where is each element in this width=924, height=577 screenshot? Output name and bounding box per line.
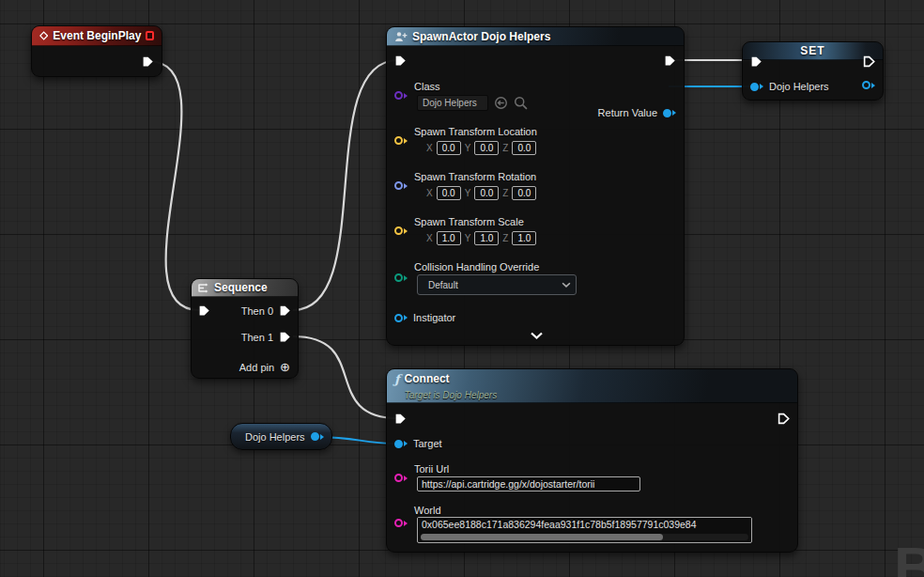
exec-pin-icon: [863, 55, 875, 68]
scale-y-field[interactable]: 1.0: [474, 231, 499, 245]
chevron-down-icon: [562, 282, 571, 288]
string-pin-icon: [394, 519, 408, 527]
node-title: Connect: [405, 372, 498, 385]
spawn-class-dropdown[interactable]: Dojo Helpers: [417, 95, 488, 111]
event-diamond-icon: [39, 30, 48, 41]
spawn-class-label: Class: [414, 81, 440, 92]
rotator-pin-icon: [394, 181, 408, 190]
string-pin-icon: [394, 474, 408, 482]
exec-pin-icon: [142, 55, 154, 68]
exec-pin-icon: [394, 413, 407, 425]
node-expand-button[interactable]: [530, 332, 544, 340]
blueprint-canvas[interactable]: { "colors": { "exec_wire": "#d8d8d8", "d…: [0, 0, 924, 577]
vector-pin-icon: [394, 136, 408, 145]
pin-set-var-in[interactable]: Dojo Helpers: [750, 81, 829, 92]
node-event-beginplay[interactable]: Event BeginPlay: [31, 25, 162, 77]
object-pin-icon: [394, 314, 408, 322]
node-get-dojo-helpers[interactable]: Dojo Helpers: [230, 423, 332, 450]
spawn-rotation-label: Spawn Transform Rotation: [414, 171, 536, 182]
pin-spawn-instigator[interactable]: Instigator: [394, 312, 455, 323]
add-pin-icon: ⊕: [280, 360, 290, 374]
object-pin-icon: [862, 81, 875, 89]
pin-spawn-scale[interactable]: [394, 226, 408, 235]
pin-spawn-exec-in[interactable]: [394, 55, 407, 67]
location-z-field[interactable]: 0.0: [512, 141, 536, 155]
scale-z-field[interactable]: 1.0: [512, 231, 536, 245]
enum-pin-icon: [394, 273, 408, 282]
pin-set-exec-in[interactable]: [750, 55, 762, 68]
rotation-y-field[interactable]: 0.0: [474, 186, 499, 200]
exec-pin-icon: [279, 304, 291, 317]
spawn-actor-icon: [394, 31, 408, 42]
vector-pin-icon: [394, 226, 408, 235]
node-connect[interactable]: ƒ Connect Target is Dojo Helpers Target …: [386, 368, 798, 553]
event-marker-icon: [146, 31, 154, 40]
node-title: Event BeginPlay: [53, 29, 141, 42]
node-set-dojo-helpers[interactable]: SET Dojo Helpers: [742, 41, 884, 101]
spawn-location-label: Spawn Transform Location: [414, 126, 537, 137]
connect-world-label: World: [414, 505, 441, 516]
torii-url-field[interactable]: https://api.cartridge.gg/x/dojostarter/t…: [417, 476, 640, 491]
sequence-add-pin-button[interactable]: Add pin ⊕: [239, 360, 290, 374]
spawn-scale-label: Spawn Transform Scale: [414, 216, 524, 227]
wire-beginplay-to-sequence[interactable]: [148, 61, 199, 310]
class-pin-icon: [394, 91, 408, 100]
browse-search-icon[interactable]: [514, 96, 528, 110]
location-x-field[interactable]: 0.0: [437, 141, 461, 155]
pin-spawn-return-value[interactable]: Return Value: [598, 107, 676, 118]
pin-spawn-rotation[interactable]: [394, 181, 408, 190]
object-pin-icon: [394, 440, 408, 448]
pin-spawn-location[interactable]: [394, 136, 408, 145]
pin-sequence-then1[interactable]: Then 1: [241, 331, 291, 343]
object-pin-icon: [663, 109, 676, 117]
sequence-icon: [197, 283, 209, 293]
pin-set-exec-out[interactable]: [863, 55, 875, 68]
chevron-down-icon: [530, 332, 544, 340]
function-icon: ƒ: [394, 372, 400, 386]
pin-spawn-collision[interactable]: [394, 273, 408, 282]
spawn-collision-label: Collision Handling Override: [414, 261, 539, 273]
rotation-z-field[interactable]: 0.0: [512, 186, 536, 200]
pin-connect-world[interactable]: [394, 519, 408, 527]
node-spawnactor-dojo-helpers[interactable]: SpawnActor Dojo Helpers Class Dojo Helpe…: [386, 26, 685, 346]
pin-connect-exec-out[interactable]: [778, 413, 790, 425]
exec-pin-icon: [664, 55, 676, 67]
node-title: Sequence: [214, 281, 268, 294]
world-field[interactable]: 0x065ee8188c171a836294feaa931f1c78b5f189…: [417, 517, 752, 543]
node-sequence[interactable]: Sequence Then 0 Then 1 Add pin ⊕: [191, 278, 299, 379]
pin-connect-torii-url[interactable]: [394, 474, 408, 482]
pin-sequence-then0[interactable]: Then 0: [241, 304, 291, 317]
world-field-scrollbar[interactable]: [421, 534, 748, 540]
spawn-collision-dropdown[interactable]: Default: [417, 274, 577, 295]
pin-connect-target[interactable]: Target: [394, 438, 442, 449]
pin-set-var-out[interactable]: [862, 81, 875, 89]
pin-connect-exec-in[interactable]: [394, 413, 407, 425]
object-pin-icon: [750, 83, 763, 91]
wire-then1-to-connect[interactable]: [293, 336, 398, 418]
exec-pin-icon: [394, 55, 407, 67]
scale-x-field[interactable]: 1.0: [437, 231, 461, 245]
location-y-field[interactable]: 0.0: [474, 141, 499, 155]
pin-beginplay-exec-out[interactable]: [142, 55, 154, 68]
scrollbar-thumb[interactable]: [421, 534, 663, 540]
pin-spawn-exec-out[interactable]: [664, 55, 676, 67]
connect-torii-label: Torii Url: [414, 463, 449, 475]
exec-pin-icon: [279, 331, 291, 343]
wire-then0-to-spawnactor[interactable]: [293, 60, 398, 310]
node-title: SpawnActor Dojo Helpers: [412, 30, 550, 43]
pin-spawn-class[interactable]: [394, 91, 408, 100]
node-subtitle: Target is Dojo Helpers: [405, 390, 498, 400]
node-title: SET: [800, 44, 824, 57]
pin-sequence-exec-in[interactable]: [198, 304, 210, 317]
rotation-x-field[interactable]: 0.0: [437, 186, 461, 200]
exec-pin-icon: [778, 413, 790, 425]
exec-pin-icon: [198, 304, 210, 317]
pin-getter-out[interactable]: [311, 432, 324, 441]
exec-pin-icon: [750, 55, 762, 68]
use-selected-icon[interactable]: [494, 96, 508, 110]
